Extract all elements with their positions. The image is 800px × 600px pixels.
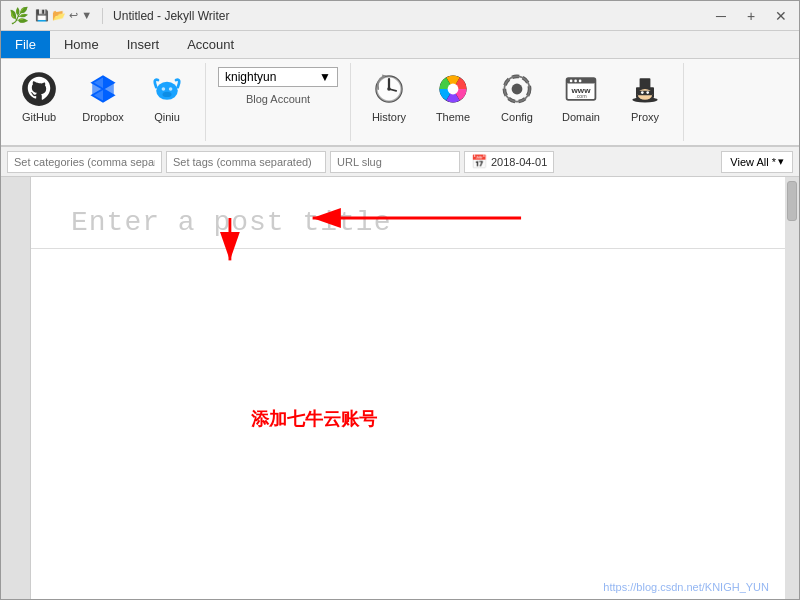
svg-point-20 xyxy=(512,84,523,95)
view-all-button[interactable]: View All * ▾ xyxy=(721,151,793,173)
title-bar: 🌿 💾 📂 ↩ ▼ Untitled - Jekyll Writer ─ + ✕ xyxy=(1,1,799,31)
blog-account-value: knightyun xyxy=(225,70,276,84)
ribbon-dropbox-btn[interactable]: Dropbox xyxy=(73,65,133,128)
ribbon-account-group: GitHub Dropbox xyxy=(1,63,206,141)
window-controls[interactable]: ─ + ✕ xyxy=(711,8,791,24)
editor-right-margin xyxy=(785,177,799,600)
config-label: Config xyxy=(501,111,533,124)
svg-text:.com: .com xyxy=(575,93,587,99)
qiniu-icon xyxy=(147,69,187,109)
qiniu-label: Qiniu xyxy=(154,111,180,124)
domain-label: Domain xyxy=(562,111,600,124)
blog-account-dropdown[interactable]: knightyun ▼ xyxy=(218,67,338,87)
view-all-arrow: ▾ xyxy=(778,155,784,168)
window-controls-extra[interactable]: 💾 📂 ↩ ▼ xyxy=(35,9,92,22)
theme-label: Theme xyxy=(436,111,470,124)
proxy-label: Proxy xyxy=(631,111,659,124)
theme-icon xyxy=(433,69,473,109)
ribbon-domain-btn[interactable]: www .com Domain xyxy=(551,65,611,128)
history-icon xyxy=(369,69,409,109)
maximize-button[interactable]: + xyxy=(741,8,761,24)
svg-point-9 xyxy=(162,87,166,91)
editor-content-area[interactable] xyxy=(31,249,785,449)
dropbox-label: Dropbox xyxy=(82,111,124,124)
menu-bar: File Home Insert Account xyxy=(1,31,799,59)
app-logo: 🌿 xyxy=(9,6,29,25)
ribbon-blog-account-group: knightyun ▼ Blog Account xyxy=(206,63,351,141)
editor-title-placeholder[interactable]: Enter a post title xyxy=(71,207,745,238)
github-label: GitHub xyxy=(22,111,56,124)
github-icon xyxy=(19,69,59,109)
window-title: Untitled - Jekyll Writer xyxy=(113,9,229,23)
proxy-icon xyxy=(625,69,665,109)
blog-account-label: Blog Account xyxy=(246,93,310,105)
minimize-button[interactable]: ─ xyxy=(711,8,731,24)
editor-left-margin xyxy=(1,177,31,600)
editor-title-area[interactable]: Enter a post title xyxy=(31,177,785,249)
domain-icon: www .com xyxy=(561,69,601,109)
ribbon-history-btn[interactable]: History xyxy=(359,65,419,128)
ribbon-qiniu-btn[interactable]: Qiniu xyxy=(137,65,197,128)
svg-point-10 xyxy=(169,87,173,91)
svg-point-36 xyxy=(646,91,649,94)
svg-point-28 xyxy=(574,80,577,83)
url-slug-input[interactable] xyxy=(330,151,460,173)
dropdown-arrow-icon: ▼ xyxy=(319,70,331,84)
title-bar-left: 🌿 💾 📂 ↩ ▼ Untitled - Jekyll Writer xyxy=(9,6,230,25)
svg-point-16 xyxy=(387,87,391,91)
menu-account[interactable]: Account xyxy=(173,31,248,58)
toolbar-row: 📅 2018-04-01 View All * ▾ xyxy=(1,147,799,177)
tags-input[interactable] xyxy=(166,151,326,173)
svg-point-19 xyxy=(448,84,459,95)
menu-home[interactable]: Home xyxy=(50,31,113,58)
view-all-label: View All * xyxy=(730,156,776,168)
scrollbar-thumb[interactable] xyxy=(787,181,797,221)
editor-container: Enter a post title 添加七牛云账号 xyxy=(1,177,799,600)
ribbon-tools-group: History Theme xyxy=(351,63,684,141)
categories-input[interactable] xyxy=(7,151,162,173)
ribbon-config-btn[interactable]: Config xyxy=(487,65,547,128)
menu-file[interactable]: File xyxy=(1,31,50,58)
svg-rect-32 xyxy=(640,78,651,89)
watermark: https://blog.csdn.net/KNIGH_YUN xyxy=(603,581,769,593)
ribbon-github-btn[interactable]: GitHub xyxy=(9,65,69,128)
dropbox-icon xyxy=(83,69,123,109)
menu-insert[interactable]: Insert xyxy=(113,31,174,58)
config-icon xyxy=(497,69,537,109)
svg-point-8 xyxy=(156,82,178,100)
date-picker[interactable]: 📅 2018-04-01 xyxy=(464,151,554,173)
ribbon-proxy-btn[interactable]: Proxy xyxy=(615,65,675,128)
date-value: 2018-04-01 xyxy=(491,156,547,168)
ribbon: GitHub Dropbox xyxy=(1,59,799,147)
close-button[interactable]: ✕ xyxy=(771,8,791,24)
editor-main[interactable]: Enter a post title 添加七牛云账号 xyxy=(31,177,785,600)
svg-rect-34 xyxy=(638,91,652,96)
history-label: History xyxy=(372,111,406,124)
calendar-icon: 📅 xyxy=(471,154,487,169)
svg-point-35 xyxy=(641,91,644,94)
svg-point-29 xyxy=(579,80,582,83)
ribbon-theme-btn[interactable]: Theme xyxy=(423,65,483,128)
svg-point-11 xyxy=(163,92,172,97)
svg-point-27 xyxy=(570,80,573,83)
